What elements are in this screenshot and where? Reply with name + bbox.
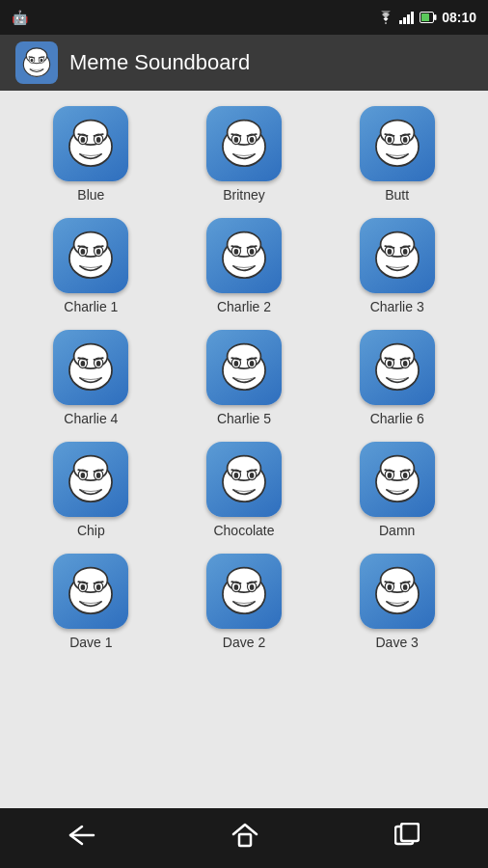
grid-item-charlie3[interactable]: Charlie 3 bbox=[325, 218, 469, 314]
app-title: Meme Soundboard bbox=[69, 50, 250, 75]
svg-point-108 bbox=[402, 473, 407, 478]
svg-point-68 bbox=[96, 361, 101, 366]
item-label-blue: Blue bbox=[77, 187, 104, 203]
svg-point-67 bbox=[81, 361, 86, 366]
app-troll-face bbox=[19, 45, 54, 80]
grid-item-dave3[interactable]: Dave 3 bbox=[325, 554, 469, 650]
meme-icon-dave2 bbox=[206, 554, 282, 629]
svg-point-100 bbox=[250, 473, 255, 478]
svg-point-60 bbox=[402, 249, 407, 255]
home-button[interactable] bbox=[212, 815, 278, 861]
svg-rect-3 bbox=[411, 12, 414, 24]
app-icon bbox=[15, 41, 58, 84]
item-label-charlie4: Charlie 4 bbox=[64, 411, 118, 426]
svg-rect-2 bbox=[407, 14, 410, 24]
grid-item-charlie6[interactable]: Charlie 6 bbox=[325, 330, 469, 426]
meme-icon-charlie4 bbox=[53, 330, 128, 405]
svg-point-99 bbox=[234, 473, 239, 478]
item-label-charlie2: Charlie 2 bbox=[217, 299, 271, 314]
svg-point-11 bbox=[31, 59, 34, 63]
svg-point-132 bbox=[402, 584, 407, 590]
back-button[interactable] bbox=[49, 817, 115, 859]
svg-point-84 bbox=[402, 361, 407, 366]
grid-item-damn[interactable]: Damn bbox=[325, 442, 469, 538]
item-label-dave1: Dave 1 bbox=[69, 635, 112, 650]
grid-item-chocolate[interactable]: Chocolate bbox=[173, 442, 316, 538]
item-label-damn: Damn bbox=[379, 523, 415, 538]
meme-icon-damn bbox=[360, 442, 435, 517]
svg-point-44 bbox=[96, 249, 101, 255]
grid-item-dave1[interactable]: Dave 1 bbox=[19, 554, 163, 650]
svg-point-92 bbox=[96, 473, 101, 478]
item-label-chip: Chip bbox=[77, 523, 105, 538]
item-label-dave3: Dave 3 bbox=[375, 635, 418, 650]
svg-point-36 bbox=[402, 137, 407, 143]
meme-icon-charlie6 bbox=[360, 330, 435, 405]
signal-icon bbox=[399, 11, 415, 24]
main-content: Blue Britney Butt Charlie 1 bbox=[0, 91, 488, 808]
svg-point-20 bbox=[96, 137, 101, 143]
svg-rect-136 bbox=[239, 834, 251, 846]
svg-point-75 bbox=[234, 361, 239, 366]
meme-icon-dave3 bbox=[360, 554, 435, 629]
svg-point-12 bbox=[41, 59, 43, 63]
svg-point-19 bbox=[81, 137, 86, 143]
status-bar: 🤖 08:10 bbox=[0, 0, 488, 35]
meme-icon-britney bbox=[206, 106, 282, 181]
meme-icon-charlie5 bbox=[206, 330, 282, 405]
svg-point-51 bbox=[234, 249, 239, 255]
svg-point-59 bbox=[387, 249, 392, 255]
meme-icon-chip bbox=[53, 442, 128, 517]
android-icon: 🤖 bbox=[12, 10, 28, 25]
meme-icon-dave1 bbox=[53, 554, 128, 629]
grid-item-charlie5[interactable]: Charlie 5 bbox=[173, 330, 316, 426]
svg-point-131 bbox=[387, 584, 392, 590]
svg-point-91 bbox=[81, 473, 86, 478]
sound-grid: Blue Britney Butt Charlie 1 bbox=[19, 106, 469, 650]
grid-item-charlie1[interactable]: Charlie 1 bbox=[19, 218, 163, 314]
grid-item-britney[interactable]: Britney bbox=[173, 106, 316, 203]
svg-point-43 bbox=[81, 249, 86, 255]
svg-point-52 bbox=[250, 249, 255, 255]
meme-icon-charlie1 bbox=[53, 218, 128, 293]
battery-icon bbox=[420, 12, 437, 23]
grid-item-blue[interactable]: Blue bbox=[19, 106, 163, 203]
meme-icon-butt bbox=[360, 106, 435, 181]
status-time: 08:10 bbox=[442, 10, 476, 25]
meme-icon-blue bbox=[53, 106, 128, 181]
svg-point-115 bbox=[81, 584, 86, 590]
grid-item-charlie2[interactable]: Charlie 2 bbox=[173, 218, 316, 314]
svg-point-116 bbox=[96, 584, 101, 590]
grid-item-butt[interactable]: Butt bbox=[325, 106, 469, 203]
meme-icon-charlie2 bbox=[206, 218, 282, 293]
wifi-icon bbox=[377, 11, 394, 24]
item-label-butt: Butt bbox=[385, 187, 409, 203]
meme-icon-charlie3 bbox=[360, 218, 435, 293]
item-label-charlie6: Charlie 6 bbox=[370, 411, 424, 426]
svg-point-83 bbox=[387, 361, 392, 366]
svg-rect-5 bbox=[434, 14, 437, 20]
app-bar: Meme Soundboard bbox=[0, 35, 488, 91]
grid-item-charlie4[interactable]: Charlie 4 bbox=[19, 330, 163, 426]
status-icons: 08:10 bbox=[377, 10, 476, 25]
item-label-chocolate: Chocolate bbox=[213, 523, 274, 538]
svg-point-35 bbox=[387, 137, 392, 143]
svg-point-76 bbox=[250, 361, 255, 366]
svg-point-123 bbox=[234, 584, 239, 590]
grid-item-dave2[interactable]: Dave 2 bbox=[173, 554, 316, 650]
svg-rect-6 bbox=[421, 14, 429, 21]
grid-item-chip[interactable]: Chip bbox=[19, 442, 163, 538]
item-label-charlie5: Charlie 5 bbox=[217, 411, 271, 426]
bottom-bar bbox=[0, 808, 488, 868]
svg-rect-0 bbox=[399, 20, 402, 24]
svg-point-28 bbox=[250, 137, 255, 143]
svg-point-107 bbox=[387, 473, 392, 478]
item-label-dave2: Dave 2 bbox=[223, 635, 265, 650]
item-label-britney: Britney bbox=[223, 187, 265, 203]
svg-rect-138 bbox=[401, 824, 419, 841]
item-label-charlie1: Charlie 1 bbox=[64, 299, 118, 314]
svg-point-124 bbox=[250, 584, 255, 590]
svg-rect-1 bbox=[403, 17, 406, 24]
recents-button[interactable] bbox=[375, 815, 439, 861]
item-label-charlie3: Charlie 3 bbox=[370, 299, 424, 314]
